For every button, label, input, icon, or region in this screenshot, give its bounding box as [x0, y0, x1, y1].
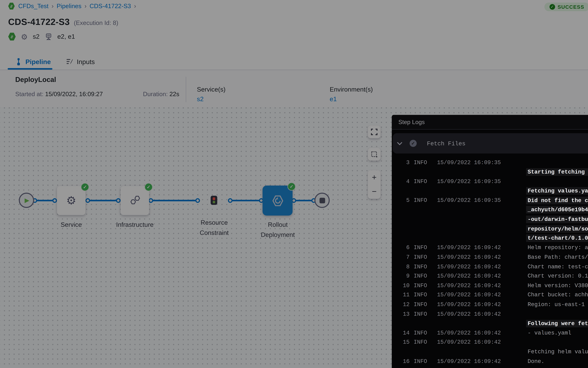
gear-icon: ⚙	[21, 33, 28, 40]
log-line-number: 5	[398, 196, 410, 205]
duration-label: Duration:	[143, 91, 168, 98]
connector	[229, 200, 263, 201]
environments-block: Environment(s) e1	[330, 86, 373, 103]
log-line-number: 10	[398, 281, 410, 290]
log-message: - values.yaml	[528, 328, 588, 338]
step-row-fetch-files[interactable]: ✓ Fetch Files ↑ ↓ 9s	[393, 133, 588, 154]
page-header: ∞ CFDs_Test›Pipelines›CDS-41722-S3› ✓ SU…	[0, 0, 588, 53]
log-line-number: 11	[398, 290, 410, 300]
log-line-number: 12	[398, 300, 410, 309]
service-link[interactable]: s2	[197, 95, 226, 103]
environments-label: Environment(s)	[330, 86, 373, 93]
log-row: 8INFO15/09/2022 16:09:42Chart name: test…	[392, 262, 588, 272]
node-infrastructure[interactable]	[121, 186, 149, 215]
connector-dot	[116, 198, 120, 202]
marquee-select-button[interactable]	[368, 148, 380, 161]
breadcrumb-link[interactable]: Pipelines	[57, 3, 82, 10]
start-node[interactable]: ▶	[19, 193, 34, 208]
log-line-number: 13	[398, 309, 410, 319]
log-timestamp: 15/09/2022 16:09:42	[437, 262, 501, 272]
log-level: INFO	[414, 158, 427, 167]
log-row: 6INFO15/09/2022 16:09:42Helm repository:…	[392, 243, 588, 253]
chevron-down-icon	[397, 142, 403, 145]
log-message: Fetching values.yaml from helm chart rep…	[528, 177, 588, 196]
fit-to-screen-button[interactable]	[368, 126, 380, 138]
log-timestamp: 15/09/2022 16:09:42	[437, 300, 501, 309]
step-name: Fetch Files	[427, 140, 465, 147]
log-row: 10INFO15/09/2022 16:09:42Helm version: V…	[392, 281, 588, 290]
gear-icon: ⚙	[66, 194, 76, 207]
connector	[151, 200, 199, 201]
log-timestamp: 15/09/2022 16:09:42	[437, 328, 501, 338]
node-label: Resource Constraint	[191, 218, 237, 238]
active-tab-underline	[8, 68, 52, 70]
node-label: Rollout Deployment	[254, 220, 301, 240]
tab-pipeline[interactable]: Pipeline	[15, 58, 51, 65]
log-message: Following were fetched successfully :	[528, 309, 588, 328]
helm-icon	[271, 194, 284, 207]
log-message: Base Path: charts/	[528, 253, 588, 262]
log-timestamp: 15/09/2022 16:09:42	[437, 338, 501, 347]
log-row: 5INFO15/09/2022 16:09:35Did not find the…	[392, 196, 588, 243]
node-resource-constraint[interactable]	[211, 196, 217, 205]
zoom-out-button[interactable]: −	[372, 187, 377, 196]
environment-tag: e2, e1	[57, 33, 75, 40]
node-label: Service	[48, 220, 94, 230]
node-label: Infrastructure	[109, 220, 160, 230]
log-line-number: 14	[398, 328, 410, 338]
connector-dot	[195, 198, 200, 202]
harness-logo-icon: ∞	[8, 33, 16, 41]
log-lines: m go/file }3INFO15/09/2022 16:09:35 Star…	[392, 154, 588, 366]
log-row: 16INFO15/09/2022 16:09:42Done.	[392, 357, 588, 366]
log-level: INFO	[414, 272, 427, 281]
breadcrumb-links: CFDs_Test›Pipelines›CDS-41722-S3›	[18, 3, 139, 10]
zoom-in-button[interactable]: +	[372, 173, 377, 182]
node-infrastructure-success-icon: ✓	[144, 183, 153, 191]
breadcrumb-separator: ›	[51, 3, 54, 10]
log-message: Helm version: V380	[528, 281, 588, 290]
node-service[interactable]: ⚙	[57, 186, 85, 215]
log-line-number: 6	[398, 243, 410, 253]
log-message: Helm repository: aws-qa-setup-modified	[528, 243, 588, 253]
end-node[interactable]	[314, 193, 330, 208]
log-timestamp: 15/09/2022 16:09:35	[437, 196, 501, 205]
log-level: INFO	[414, 253, 427, 262]
duration-value: 22s	[170, 91, 179, 98]
log-line-number: 4	[398, 177, 410, 186]
service-tag: s2	[33, 33, 39, 40]
node-rollout-deployment[interactable]	[263, 185, 293, 215]
zoom-controls: + −	[368, 170, 380, 199]
log-line-number: 9	[398, 272, 410, 281]
log-level: INFO	[414, 262, 427, 272]
log-level: INFO	[414, 338, 427, 347]
started-label: Started at:	[15, 91, 44, 98]
log-message: Fetching helm values completed successfu…	[528, 338, 588, 357]
log-timestamp: 15/09/2022 16:09:35	[437, 177, 501, 186]
environment-icon	[45, 33, 52, 40]
harness-logo-icon: ∞	[8, 3, 15, 10]
log-line-number: 15	[398, 338, 410, 347]
play-icon: ▶	[25, 197, 29, 204]
log-timestamp: 15/09/2022 16:09:35	[437, 158, 501, 167]
connector-dot	[228, 198, 232, 202]
log-line-number: 8	[398, 262, 410, 272]
green-light-icon	[212, 201, 215, 203]
log-message: Region: us-east-1	[528, 300, 588, 309]
breadcrumb-separator: ›	[85, 3, 86, 10]
environment-link[interactable]: e1	[330, 95, 373, 103]
breadcrumb-link[interactable]: CDS-41722-S3	[90, 3, 131, 10]
execution-id: (Execution Id: 8)	[74, 19, 118, 27]
log-message: Did not find the chart and version in lo…	[528, 196, 588, 243]
breadcrumb-separator: ›	[134, 3, 136, 10]
fit-screen-icon	[371, 129, 378, 135]
tab-inputs[interactable]: Inputs	[66, 58, 95, 65]
log-row-clipped: m go/file }	[392, 154, 588, 158]
breadcrumb-link[interactable]: CFDs_Test	[18, 3, 48, 10]
marquee-icon	[371, 151, 378, 158]
log-row: 13INFO15/09/2022 16:09:42 Following were…	[392, 309, 588, 328]
services-label: Service(s)	[197, 86, 226, 93]
log-row: 3INFO15/09/2022 16:09:35 Starting fetchi…	[392, 158, 588, 177]
breadcrumb: ∞ CFDs_Test›Pipelines›CDS-41722-S3›	[8, 1, 588, 11]
tab-inputs-label: Inputs	[77, 58, 95, 65]
connector-dot	[52, 198, 57, 202]
